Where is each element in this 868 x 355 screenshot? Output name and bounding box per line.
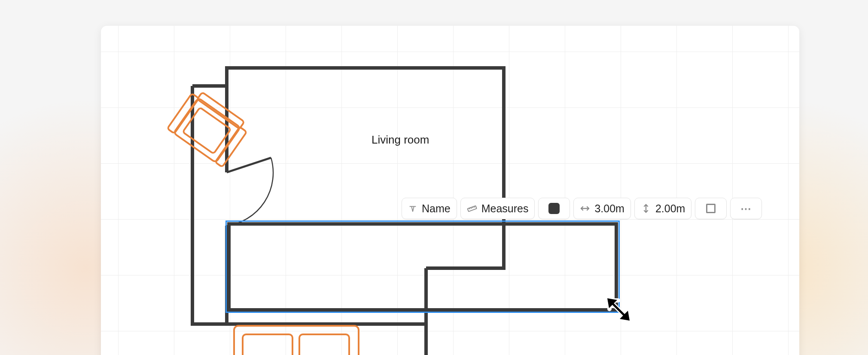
name-label: Name [422,202,451,215]
outline-toggle-button[interactable] [695,198,727,219]
height-value: 2.00m [655,202,685,215]
floorplan-editor-window: Living room Name [101,26,799,355]
measures-button[interactable]: Measures [460,198,535,219]
arrow-horizontal-icon [580,203,590,214]
square-outline-icon [706,204,716,213]
svg-rect-13 [467,206,476,211]
name-button[interactable]: Name [402,198,457,219]
width-value: 3.00m [594,202,624,215]
more-button[interactable]: ⋯ [730,198,762,219]
measures-label: Measures [481,202,529,215]
arrow-vertical-icon [641,203,651,214]
more-icon: ⋯ [740,202,752,215]
color-swatch-icon [548,203,560,214]
color-swatch-button[interactable] [538,198,570,219]
selection-toolbar: Name Measures [402,198,762,219]
svg-rect-0 [229,224,616,310]
svg-rect-3 [167,93,199,133]
room-label[interactable]: Living room [372,133,429,147]
width-field[interactable]: 3.00m [573,198,630,219]
height-field[interactable]: 2.00m [634,198,691,219]
furniture-armchair[interactable] [167,88,250,167]
svg-rect-4 [215,127,247,167]
svg-rect-5 [183,107,231,154]
svg-rect-8 [299,334,349,355]
svg-rect-6 [234,326,359,355]
furniture-bed[interactable] [234,326,359,355]
room-selected[interactable] [229,224,616,310]
floorplan-canvas[interactable] [101,26,799,355]
ruler-icon [467,203,477,214]
svg-rect-7 [243,334,292,355]
text-icon [408,204,417,213]
